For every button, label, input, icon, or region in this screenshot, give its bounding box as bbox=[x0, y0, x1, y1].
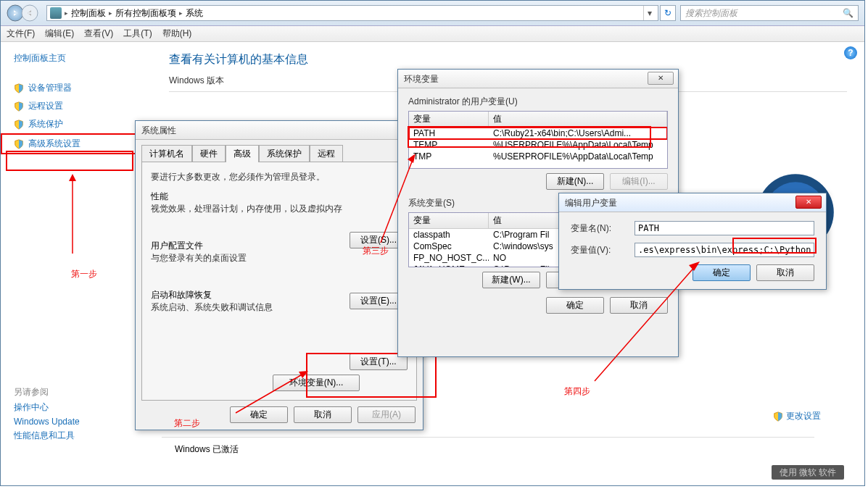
cancel-button[interactable]: 取消 bbox=[756, 264, 814, 281]
breadcrumb-sep: ▸ bbox=[65, 9, 68, 17]
col-var: 变量 bbox=[409, 112, 489, 127]
svg-point-0 bbox=[7, 5, 23, 21]
link-windows-update[interactable]: Windows Update bbox=[1, 415, 152, 428]
shield-icon bbox=[14, 101, 24, 112]
table-row[interactable]: TMP%USERPROFILE%\AppData\Local\Temp bbox=[409, 151, 667, 162]
dialog-title: 编辑用户变量 ✕ bbox=[559, 193, 826, 212]
shield-icon bbox=[14, 83, 24, 93]
new-sys-var-button[interactable]: 新建(W)... bbox=[482, 272, 540, 288]
user-vars-heading: Administrator 的用户变量(U) bbox=[408, 96, 668, 108]
sidebar-item-device-manager[interactable]: 设备管理器 bbox=[1, 79, 152, 97]
link-perf-info[interactable]: 性能信息和工具 bbox=[1, 428, 152, 443]
cancel-button[interactable]: 取消 bbox=[610, 297, 668, 314]
help-icon[interactable]: ? bbox=[844, 46, 857, 59]
shield-icon bbox=[14, 120, 24, 130]
menu-bar: 文件(F) 编辑(E) 查看(V) 工具(T) 帮助(H) bbox=[1, 26, 864, 42]
tab-remote[interactable]: 远程 bbox=[310, 145, 343, 162]
anno-box-2 bbox=[306, 353, 437, 398]
ok-button[interactable]: 确定 bbox=[546, 297, 604, 314]
tab-advanced[interactable]: 高级 bbox=[226, 145, 259, 162]
tab-computer-name[interactable]: 计算机名 bbox=[141, 145, 192, 162]
search-icon: 🔍 bbox=[843, 8, 853, 18]
breadcrumb-seg[interactable]: 系统 bbox=[186, 7, 203, 20]
menu-view[interactable]: 查看(V) bbox=[84, 28, 113, 40]
cp-home-link[interactable]: 控制面板主页 bbox=[1, 51, 152, 66]
shield-icon bbox=[14, 139, 24, 149]
perf-heading: 性能 bbox=[151, 191, 408, 203]
address-dropdown[interactable]: ▾ bbox=[643, 6, 655, 20]
new-user-var-button[interactable]: 新建(N)... bbox=[546, 173, 604, 190]
tab-protection[interactable]: 系统保护 bbox=[259, 145, 310, 162]
admin-note: 要进行大多数更改，您必须作为管理员登录。 bbox=[151, 171, 408, 183]
nav-back-forward[interactable] bbox=[7, 4, 39, 22]
refresh-button[interactable]: ↻ bbox=[660, 5, 676, 21]
breadcrumb-seg[interactable]: 控制面板 bbox=[71, 7, 106, 20]
tab-hardware[interactable]: 硬件 bbox=[192, 145, 226, 162]
svg-point-1 bbox=[22, 5, 38, 21]
cancel-button[interactable]: 取消 bbox=[294, 406, 352, 423]
tab-strip: 计算机名 硬件 高级 系统保护 远程 bbox=[136, 140, 423, 162]
address-bar[interactable]: ▸ 控制面板 ▸ 所有控制面板项 ▸ 系统 ▾ bbox=[46, 5, 658, 21]
link-action-center[interactable]: 操作中心 bbox=[1, 400, 152, 415]
edit-user-var-dialog: 编辑用户变量 ✕ 变量名(N): 变量值(V): 确定 取消 bbox=[558, 193, 827, 290]
table-row[interactable]: TEMP%USERPROFILE%\AppData\Local\Temp bbox=[409, 139, 667, 151]
sidebar-item-remote[interactable]: 远程设置 bbox=[1, 97, 152, 115]
var-value-input[interactable] bbox=[635, 243, 814, 257]
breadcrumb-seg[interactable]: 所有控制面板项 bbox=[115, 7, 176, 20]
search-input[interactable]: 搜索控制面板 🔍 bbox=[680, 5, 859, 21]
close-icon[interactable]: ✕ bbox=[795, 196, 822, 209]
dialog-title: 系统属性 bbox=[136, 121, 423, 140]
nav-toolbar: ▸ 控制面板 ▸ 所有控制面板项 ▸ 系统 ▾ ↻ 搜索控制面板 🔍 bbox=[1, 1, 864, 26]
see-also-heading: 另请参阅 bbox=[1, 385, 152, 400]
dialog-title: 环境变量 ✕ bbox=[398, 70, 678, 88]
ok-button[interactable]: 确定 bbox=[693, 264, 751, 281]
var-name-label: 变量名(N): bbox=[571, 222, 635, 235]
ms-genuine-badge: 使用 微软 软件 bbox=[772, 465, 844, 480]
menu-file[interactable]: 文件(F) bbox=[7, 28, 35, 40]
perf-desc: 视觉效果，处理器计划，内存使用，以及虚拟内存 bbox=[151, 203, 408, 215]
close-icon[interactable]: ✕ bbox=[648, 72, 674, 85]
search-placeholder: 搜索控制面板 bbox=[685, 7, 737, 20]
var-name-input[interactable] bbox=[635, 221, 814, 235]
ok-button[interactable]: 确定 bbox=[230, 406, 288, 423]
activation-status: Windows 已激活 bbox=[162, 443, 814, 456]
table-row[interactable]: PATHC:\Ruby21-x64\bin;C:\Users\Admi... bbox=[409, 128, 667, 139]
apply-button[interactable]: 应用(A) bbox=[357, 406, 416, 423]
col-val: 值 bbox=[489, 112, 667, 127]
edit-user-var-button[interactable]: 编辑(I)... bbox=[610, 173, 668, 190]
menu-edit[interactable]: 编辑(E) bbox=[45, 28, 74, 40]
profile-desc: 与您登录有关的桌面设置 bbox=[151, 252, 408, 264]
var-value-label: 变量值(V): bbox=[571, 244, 635, 256]
sidebar-item-protection[interactable]: 系统保护 bbox=[1, 115, 152, 133]
system-icon bbox=[50, 7, 62, 19]
left-nav-pane: 控制面板主页 设备管理器 远程设置 系统保护 高级系统设置 另请参阅 操作中心 … bbox=[1, 42, 152, 485]
sidebar-item-advanced[interactable]: 高级系统设置 bbox=[1, 133, 152, 154]
menu-tools[interactable]: 工具(T) bbox=[123, 28, 152, 40]
user-vars-table[interactable]: 变量值 PATHC:\Ruby21-x64\bin;C:\Users\Admi.… bbox=[408, 111, 668, 169]
menu-help[interactable]: 帮助(H) bbox=[162, 28, 192, 40]
page-title: 查看有关计算机的基本信息 bbox=[169, 52, 847, 67]
